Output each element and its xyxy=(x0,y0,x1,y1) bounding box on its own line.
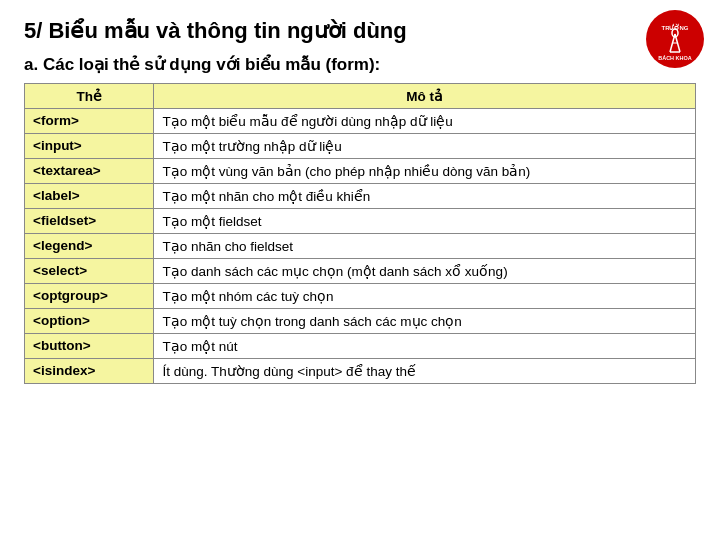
desc-cell: Tạo một vùng văn bản (cho phép nhập nhiề… xyxy=(154,159,696,184)
desc-cell: Tạo một nhóm các tuỳ chọn xyxy=(154,284,696,309)
logo: TRƯỜNG BÁCH KHOA xyxy=(646,10,704,68)
desc-cell: Tạo danh sách các mục chọn (một danh sác… xyxy=(154,259,696,284)
table-row: <isindex>Ít dùng. Thường dùng <input> để… xyxy=(25,359,696,384)
table-row: <button>Tạo một nút xyxy=(25,334,696,359)
desc-cell: Tạo một fieldset xyxy=(154,209,696,234)
tag-cell: <fieldset> xyxy=(25,209,154,234)
tag-cell: <isindex> xyxy=(25,359,154,384)
tag-cell: <input> xyxy=(25,134,154,159)
table-row: <label>Tạo một nhãn cho một điều khiển xyxy=(25,184,696,209)
page-header: 5/ Biểu mẫu và thông tin người dùng xyxy=(24,18,696,44)
tag-cell: <option> xyxy=(25,309,154,334)
tag-cell: <optgroup> xyxy=(25,284,154,309)
table-row: <textarea>Tạo một vùng văn bản (cho phép… xyxy=(25,159,696,184)
desc-cell: Tạo một nút xyxy=(154,334,696,359)
tag-cell: <textarea> xyxy=(25,159,154,184)
svg-text:TRƯỜNG: TRƯỜNG xyxy=(662,23,689,31)
page: TRƯỜNG BÁCH KHOA 5/ Biểu mẫu và thông ti… xyxy=(0,0,720,540)
table-row: <optgroup>Tạo một nhóm các tuỳ chọn xyxy=(25,284,696,309)
desc-cell: Tạo một biểu mẫu để người dùng nhập dữ l… xyxy=(154,109,696,134)
tag-cell: <legend> xyxy=(25,234,154,259)
desc-cell: Tạo một tuỳ chọn trong danh sách các mục… xyxy=(154,309,696,334)
desc-cell: Tạo một trường nhập dữ liệu xyxy=(154,134,696,159)
tag-cell: <button> xyxy=(25,334,154,359)
table-row: <fieldset>Tạo một fieldset xyxy=(25,209,696,234)
table-row: <form>Tạo một biểu mẫu để người dùng nhậ… xyxy=(25,109,696,134)
tag-cell: <label> xyxy=(25,184,154,209)
tag-cell: <select> xyxy=(25,259,154,284)
tags-table: Thẻ Mô tả <form>Tạo một biểu mẫu để ngườ… xyxy=(24,83,696,384)
page-title: 5/ Biểu mẫu và thông tin người dùng xyxy=(24,18,407,44)
desc-cell: Tạo một nhãn cho một điều khiển xyxy=(154,184,696,209)
table-header-row: Thẻ Mô tả xyxy=(25,84,696,109)
desc-cell: Ít dùng. Thường dùng <input> để thay thế xyxy=(154,359,696,384)
desc-cell: Tạo nhãn cho fieldset xyxy=(154,234,696,259)
table-row: <select>Tạo danh sách các mục chọn (một … xyxy=(25,259,696,284)
table-row: <legend>Tạo nhãn cho fieldset xyxy=(25,234,696,259)
table-row: <option>Tạo một tuỳ chọn trong danh sách… xyxy=(25,309,696,334)
table-row: <input>Tạo một trường nhập dữ liệu xyxy=(25,134,696,159)
section-subtitle: a. Các loại thẻ sử dụng với biểu mẫu (fo… xyxy=(24,54,696,75)
col-header-desc: Mô tả xyxy=(154,84,696,109)
svg-text:BÁCH KHOA: BÁCH KHOA xyxy=(658,55,692,61)
tag-cell: <form> xyxy=(25,109,154,134)
logo-circle: TRƯỜNG BÁCH KHOA xyxy=(646,10,704,68)
col-header-tag: Thẻ xyxy=(25,84,154,109)
